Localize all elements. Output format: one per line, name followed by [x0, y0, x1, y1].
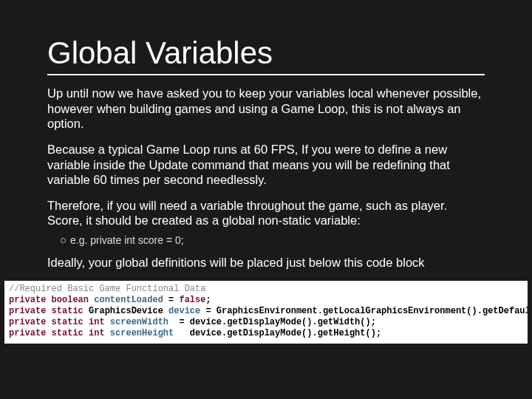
- code-comment: //Required Basic Game Functional Data: [9, 284, 205, 294]
- paragraph-4: Ideally, your global definitions will be…: [47, 255, 485, 270]
- code-kw: private static int: [9, 317, 105, 327]
- paragraph-3: Therefore, if you will need a variable t…: [47, 198, 485, 228]
- code-ident: contentLoaded: [94, 295, 163, 305]
- code-ident: screenHeight: [105, 328, 174, 338]
- paragraph-2: Because a typical Game Loop runs at 60 F…: [47, 142, 485, 188]
- code-ident: device: [168, 306, 200, 316]
- code-type: GraphicsDevice: [83, 306, 168, 316]
- code-kw: private boolean: [9, 295, 89, 305]
- code-ident: screenWidth: [105, 317, 168, 327]
- code-text: ;: [205, 295, 211, 305]
- code-kw: private static int: [9, 328, 105, 338]
- slide: Global Variables Up until now we have as…: [0, 0, 532, 399]
- bullet-icon: [61, 238, 66, 243]
- code-kw: private static: [9, 306, 83, 316]
- code-val: false: [179, 295, 205, 305]
- code-text: =: [163, 295, 180, 305]
- sub-bullet: e.g. private int score = 0;: [61, 234, 485, 246]
- bullet-text: e.g. private int score = 0;: [70, 234, 184, 246]
- code-text: device.getDisplayMode().getHeight();: [174, 328, 381, 338]
- paragraph-1: Up until now we have asked you to keep y…: [47, 86, 485, 132]
- code-text: = GraphicsEnvironment.getLocalGraphicsEn…: [200, 306, 528, 316]
- code-text: = device.getDisplayMode().getWidth();: [168, 317, 376, 327]
- page-title: Global Variables: [47, 35, 485, 71]
- title-underline: [47, 74, 485, 75]
- code-block: //Required Basic Game Functional Data pr…: [4, 281, 528, 344]
